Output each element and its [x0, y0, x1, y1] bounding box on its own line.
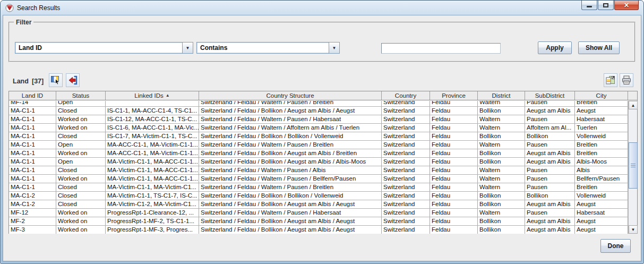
column-header-land-id[interactable]: Land ID — [9, 91, 56, 100]
back-arrow-button[interactable] — [66, 73, 80, 87]
chevron-down-icon[interactable]: ▼ — [329, 42, 339, 53]
table-cell: Aeugst — [575, 107, 628, 115]
table-cell: IS-C1-1, MA-ACC-C1-4, TS-C1... — [106, 107, 199, 115]
table-row[interactable]: MA-C1-1ClosedIS-C1-1, MA-ACC-C1-4, TS-C1… — [9, 107, 628, 115]
results-strip: Land [37] — [8, 71, 636, 89]
apply-button[interactable]: Apply — [538, 41, 572, 54]
column-header-country[interactable]: Country — [382, 91, 430, 100]
table-cell: Habersaat — [575, 115, 628, 123]
window-title: Search Results — [17, 4, 60, 12]
table-cell: Worked on — [56, 226, 106, 234]
minimize-button[interactable] — [581, 1, 597, 10]
table-row[interactable]: MA-C1-2ClosedMA-Victim-C1-1, TS-C1-7, IS… — [9, 192, 628, 200]
table-cell: Switzerland — [382, 209, 430, 217]
app-icon — [5, 4, 14, 12]
maximize-icon — [603, 3, 608, 7]
table-cell: Pausen — [525, 166, 575, 174]
table-cell: Feldau — [430, 115, 478, 123]
show-all-button[interactable]: Show All — [578, 41, 620, 54]
table-row[interactable]: MA-C1-1OpenMA-ACC-C1-1, MA-Victim-C1-1..… — [9, 141, 628, 149]
filter-field-dropdown[interactable]: Land ID ▼ — [15, 42, 193, 54]
table-cell: Feldau — [430, 149, 478, 157]
scroll-up-button[interactable]: ▲ — [629, 101, 638, 109]
table-row[interactable]: MA-C1-1ClosedMA-Victim-C1-1, MA-ACC-C1-1… — [9, 166, 628, 175]
sort-ascending-icon: ▲ — [166, 93, 170, 98]
table-cell: Bollikon — [478, 149, 525, 157]
print-button[interactable] — [620, 73, 633, 87]
titlebar[interactable]: Search Results ✕ — [1, 1, 643, 15]
table-cell: Waltern — [478, 124, 525, 132]
table-cell: IS-C1-12, MA-ACC-C1-1, TS-C... — [106, 115, 199, 123]
table-row[interactable]: MA-C1-1Worked onMA-ACC-C1-1, MA-Victim-C… — [9, 149, 628, 158]
table-body[interactable]: MF-14OpenSwitzerland / Feldau / Waltern … — [9, 101, 628, 234]
table-cell: Switzerland / Feldau / Bollikon / Aeugst… — [199, 149, 382, 157]
table-cell: Bollikon — [478, 217, 525, 225]
column-header-city[interactable]: City — [575, 91, 628, 100]
export-button[interactable] — [604, 73, 617, 87]
table-cell: Aeugst — [575, 226, 628, 234]
table-cell: MA-Victim-C1-2, MA-Victim-C1... — [106, 200, 199, 208]
chevron-down-icon[interactable]: ▼ — [182, 42, 193, 53]
table-row[interactable]: MA-C1-1Worked onIS-C1-12, MA-ACC-C1-1, T… — [9, 115, 628, 124]
close-icon: ✕ — [624, 2, 629, 8]
maximize-button[interactable] — [598, 1, 614, 10]
table-cell: Albis — [575, 166, 628, 174]
table-cell: Switzerland — [382, 175, 430, 183]
table-row[interactable]: MA-C1-1ClosedIS-C1-7, MA-Victim-C1-1, TS… — [9, 132, 628, 141]
table-cell: Waltern — [478, 209, 525, 217]
table-cell: MF-2 — [9, 217, 56, 225]
scrollbar-thumb[interactable] — [629, 142, 638, 189]
table-cell: Breitlen — [575, 141, 628, 149]
table-cell: Vollenweid — [575, 132, 628, 140]
table-cell: Waltern — [478, 101, 525, 106]
table-row[interactable]: MA-C1-1OpenMA-Victim-C1-1, MA-ACC-C1-1..… — [9, 158, 628, 166]
table-row[interactable]: MF-3Worked onProgressRpt-1-MF-3, Progres… — [9, 226, 628, 234]
table-cell: Bellfern/Pausen — [575, 175, 628, 183]
column-header-country-structure[interactable]: Country Structure — [199, 91, 382, 100]
table-cell: Breitlen — [575, 183, 628, 191]
table-row[interactable]: MA-C1-1ClosedMA-Victim-C1-1, MA-Victim-C… — [9, 183, 628, 192]
table-cell: Feldau — [430, 158, 478, 166]
column-header-province[interactable]: Province — [430, 91, 478, 100]
filter-operator-value: Contains — [197, 42, 329, 53]
filter-group-label: Filter — [14, 19, 33, 26]
table-cell: Switzerland — [382, 192, 430, 200]
table-cell: Closed — [56, 107, 106, 115]
table-cell: Bollikon — [478, 226, 525, 234]
column-header-subdistrict[interactable]: SubDistrict — [525, 91, 575, 100]
table-cell: MA-Victim-C1-1, TS-C1-7, IS-C... — [106, 192, 199, 200]
scroll-down-button[interactable]: ▼ — [629, 225, 638, 234]
column-chooser-button[interactable] — [49, 73, 63, 87]
column-header-status[interactable]: Status — [56, 91, 106, 100]
table-row[interactable]: MA-C1-2ClosedMA-Victim-C1-2, MA-Victim-C… — [9, 200, 628, 209]
filter-value-input[interactable] — [381, 43, 501, 54]
record-count-badge: [37] — [32, 78, 44, 85]
table-cell: Feldau — [430, 192, 478, 200]
column-header-district[interactable]: District — [478, 91, 525, 100]
table-cell: Pausen — [525, 115, 575, 123]
table-cell: Feldau — [430, 217, 478, 225]
table-row[interactable]: MF-12Worked onProgressRpt-1-Clearance-12… — [9, 209, 628, 217]
table-cell: Closed — [56, 200, 106, 208]
vertical-scrollbar[interactable]: ▲ ▼ — [628, 101, 637, 234]
table-cell: MA-C1-1 — [9, 175, 56, 183]
table-cell: Switzerland — [382, 132, 430, 140]
column-header-linked-ids[interactable]: Linked IDs▲ — [106, 91, 199, 100]
table-row[interactable]: MF-14OpenSwitzerland / Feldau / Waltern … — [9, 101, 628, 107]
table-cell: Feldau — [430, 200, 478, 208]
table-row[interactable]: MA-C1-1Worked onIS-C1-6, MA-ACC-C1-1, MA… — [9, 124, 628, 132]
filter-operator-dropdown[interactable]: Contains ▼ — [196, 42, 340, 54]
table-cell: Bollikon — [478, 107, 525, 115]
table-cell: Switzerland / Feldau / Waltern / Pausen … — [199, 209, 382, 217]
table-cell: Feldau — [430, 166, 478, 174]
table-cell: Aeugst — [575, 200, 628, 208]
table-cell: MA-C1-2 — [9, 200, 56, 208]
table-cell — [106, 101, 199, 106]
table-row[interactable]: MA-C1-1Worked onMA-Victim-C1-1, MA-ACC-C… — [9, 175, 628, 183]
table-cell: Worked on — [56, 217, 106, 225]
close-button[interactable]: ✕ — [614, 1, 639, 10]
done-button[interactable]: Done — [600, 239, 631, 253]
table-cell: Pausen — [525, 209, 575, 217]
table-columns-icon — [50, 75, 61, 86]
table-row[interactable]: MF-2Worked onProgressRpt-1-MF-2, TS-C1-1… — [9, 217, 628, 226]
